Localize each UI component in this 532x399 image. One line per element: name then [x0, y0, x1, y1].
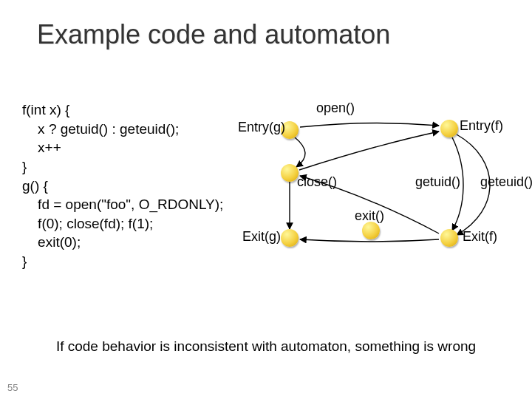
label-entry-g: Entry(g) [238, 120, 279, 135]
node-entry-f [440, 120, 458, 137]
code-block: f(int x) { x ? getuid() : geteuid(); x++… [22, 100, 223, 271]
label-close: close() [297, 174, 337, 190]
label-exit-f: Exit(f) [463, 229, 497, 245]
label-geteuid: geteuid() [480, 174, 532, 190]
label-exit: exit() [355, 208, 384, 224]
slide-title: Example code and automaton [37, 19, 390, 50]
label-entry-f: Entry(f) [460, 118, 503, 134]
node-exit-f [440, 229, 458, 247]
node-exit-g [281, 229, 299, 247]
slide-number: 55 [7, 382, 18, 393]
label-getuid: getuid() [415, 174, 460, 190]
node-exit-mid [362, 222, 380, 239]
label-open: open() [316, 100, 355, 116]
label-exit-g: Exit(g) [242, 229, 279, 245]
automaton-diagram: Entry(g) Entry(f) Exit(g) Exit(f) open()… [244, 93, 525, 285]
node-mid-g [281, 164, 299, 182]
footer-note: If code behavior is inconsistent with au… [0, 338, 532, 355]
